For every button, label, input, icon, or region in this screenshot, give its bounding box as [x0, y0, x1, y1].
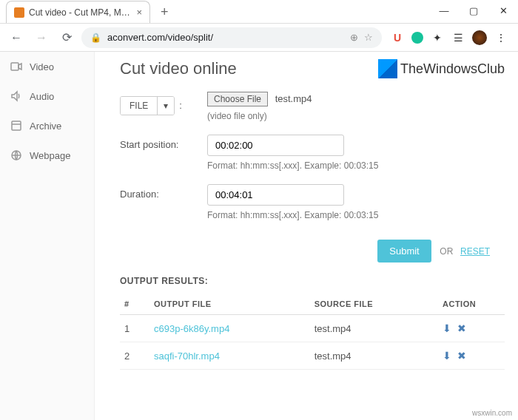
- extensions-puzzle-icon[interactable]: ✦: [431, 31, 444, 44]
- page-body: Video Audio Archive Webpage Cut video on…: [0, 52, 518, 420]
- profile-avatar[interactable]: [472, 30, 487, 45]
- col-output: OUTPUT FILE: [149, 294, 310, 315]
- new-tab-button[interactable]: +: [156, 3, 173, 21]
- sidebar-label: Video: [30, 61, 54, 72]
- reset-link[interactable]: RESET: [460, 246, 490, 257]
- maximize-button[interactable]: ▢: [459, 0, 488, 21]
- close-window-button[interactable]: ✕: [488, 0, 518, 21]
- browser-titlebar: Cut video - Cut MP4, MOV, WEB × + — ▢ ✕: [0, 0, 518, 24]
- page-title: Cut video online: [120, 59, 378, 78]
- file-control: Choose File test.mp4 (video file only): [207, 92, 505, 121]
- table-row: 1 c693p-6k86y.mp4 test.mp4 ⬇✖: [120, 315, 505, 342]
- page-header: Cut video online TheWindowsClub: [120, 59, 505, 78]
- duration-hint: Format: hh:mm:ss[.xxx]. Example: 00:03:1…: [207, 210, 505, 220]
- results-table: # OUTPUT FILE SOURCE FILE ACTION 1 c693p…: [120, 294, 505, 370]
- row-num: 2: [120, 342, 149, 370]
- svg-rect-0: [11, 63, 18, 70]
- search-in-page-icon[interactable]: ⊕: [350, 32, 358, 43]
- start-position-hint: Format: hh:mm:ss[.xxx]. Example: 00:03:1…: [207, 160, 505, 171]
- reading-list-icon[interactable]: ☰: [451, 31, 465, 44]
- sidebar-item-webpage[interactable]: Webpage: [0, 140, 94, 170]
- submit-button[interactable]: Submit: [377, 240, 431, 262]
- window-controls: — ▢ ✕: [429, 0, 518, 21]
- lock-icon: 🔒: [90, 33, 101, 43]
- chevron-down-icon: ▾: [157, 97, 174, 115]
- start-position-row: Start position: Format: hh:mm:ss[.xxx]. …: [120, 135, 505, 171]
- chrome-menu-icon[interactable]: ⋮: [494, 31, 508, 44]
- file-colon: :: [179, 100, 182, 111]
- back-button[interactable]: ←: [6, 27, 27, 48]
- url-text: aconvert.com/video/split/: [107, 32, 344, 43]
- main-content: Cut video online TheWindowsClub FILE ▾ :…: [95, 52, 518, 420]
- start-position-label: Start position:: [120, 135, 207, 171]
- file-label-cell: FILE ▾ :: [120, 92, 207, 121]
- browser-tab[interactable]: Cut video - Cut MP4, MOV, WEB ×: [6, 1, 150, 23]
- svg-rect-1: [12, 121, 21, 130]
- tab-title: Cut video - Cut MP4, MOV, WEB: [29, 7, 132, 18]
- download-icon[interactable]: ⬇: [443, 322, 451, 334]
- col-source: SOURCE FILE: [310, 294, 438, 315]
- form-actions: Submit OR RESET: [120, 234, 505, 276]
- grammarly-icon[interactable]: [411, 32, 423, 44]
- sidebar-item-audio[interactable]: Audio: [0, 81, 94, 111]
- bookmark-star-icon[interactable]: ☆: [364, 32, 373, 43]
- sidebar-item-archive[interactable]: Archive: [0, 111, 94, 140]
- output-file-link[interactable]: c693p-6k86y.mp4: [154, 323, 229, 334]
- sidebar-label: Audio: [30, 91, 54, 102]
- delete-icon[interactable]: ✖: [457, 322, 466, 334]
- col-num: #: [120, 294, 149, 315]
- file-source-label: FILE: [121, 97, 157, 115]
- chosen-filename: test.mp4: [275, 93, 312, 104]
- file-hint: (video file only): [207, 111, 505, 121]
- address-bar[interactable]: 🔒 aconvert.com/video/split/ ⊕ ☆: [81, 27, 382, 48]
- reload-button[interactable]: ⟳: [56, 27, 77, 48]
- sidebar-label: Webpage: [30, 150, 70, 161]
- watermark: wsxwin.com: [472, 409, 512, 417]
- output-results-title: OUTPUT RESULTS:: [120, 276, 505, 286]
- ublock-icon[interactable]: U: [391, 31, 404, 44]
- archive-icon: [10, 120, 22, 132]
- forward-button[interactable]: →: [31, 27, 52, 48]
- webpage-icon: [10, 149, 22, 161]
- file-row: FILE ▾ : Choose File test.mp4 (video fil…: [120, 92, 505, 121]
- tab-favicon: [14, 7, 24, 18]
- extensions-area: U ✦ ☰ ⋮: [386, 30, 512, 45]
- table-row: 2 saqfi-70hlr.mp4 test.mp4 ⬇✖: [120, 342, 505, 370]
- source-file: test.mp4: [310, 342, 438, 370]
- sidebar: Video Audio Archive Webpage: [0, 52, 95, 420]
- row-num: 1: [120, 315, 149, 342]
- video-icon: [10, 61, 22, 72]
- duration-input[interactable]: [207, 184, 344, 206]
- duration-row: Duration: Format: hh:mm:ss[.xxx]. Exampl…: [120, 184, 505, 220]
- col-action: ACTION: [438, 294, 505, 315]
- tab-close-icon[interactable]: ×: [136, 7, 142, 18]
- sidebar-label: Archive: [30, 121, 61, 132]
- file-source-dropdown[interactable]: FILE ▾: [120, 96, 175, 115]
- source-file: test.mp4: [310, 315, 438, 342]
- start-position-input[interactable]: [207, 135, 344, 156]
- duration-label: Duration:: [120, 184, 207, 220]
- audio-icon: [10, 90, 22, 102]
- download-icon[interactable]: ⬇: [443, 350, 451, 362]
- browser-toolbar: ← → ⟳ 🔒 aconvert.com/video/split/ ⊕ ☆ U …: [0, 24, 518, 52]
- logo-text: TheWindowsClub: [400, 61, 505, 77]
- or-text: OR: [440, 246, 453, 257]
- output-file-link[interactable]: saqfi-70hlr.mp4: [154, 350, 220, 362]
- site-logo: TheWindowsClub: [378, 59, 505, 78]
- choose-file-button[interactable]: Choose File: [207, 92, 268, 106]
- sidebar-item-video[interactable]: Video: [0, 52, 94, 81]
- logo-icon: [378, 59, 397, 78]
- minimize-button[interactable]: —: [429, 0, 459, 21]
- delete-icon[interactable]: ✖: [457, 350, 466, 362]
